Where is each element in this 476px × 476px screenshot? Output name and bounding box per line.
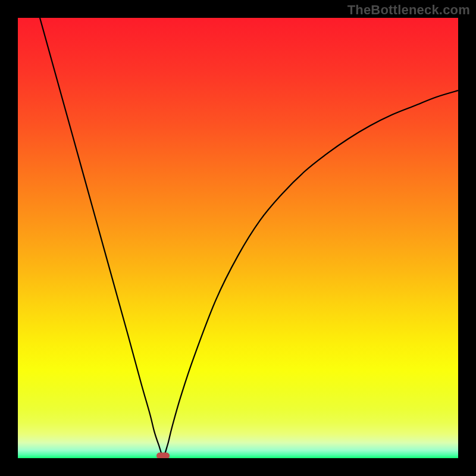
chart-frame: TheBottleneck.com bbox=[0, 0, 476, 476]
bottleneck-curve-svg bbox=[18, 18, 458, 458]
watermark-text: TheBottleneck.com bbox=[347, 2, 470, 18]
plot-area bbox=[18, 18, 458, 458]
minimum-marker bbox=[156, 453, 170, 458]
bottleneck-curve-path bbox=[40, 18, 458, 456]
